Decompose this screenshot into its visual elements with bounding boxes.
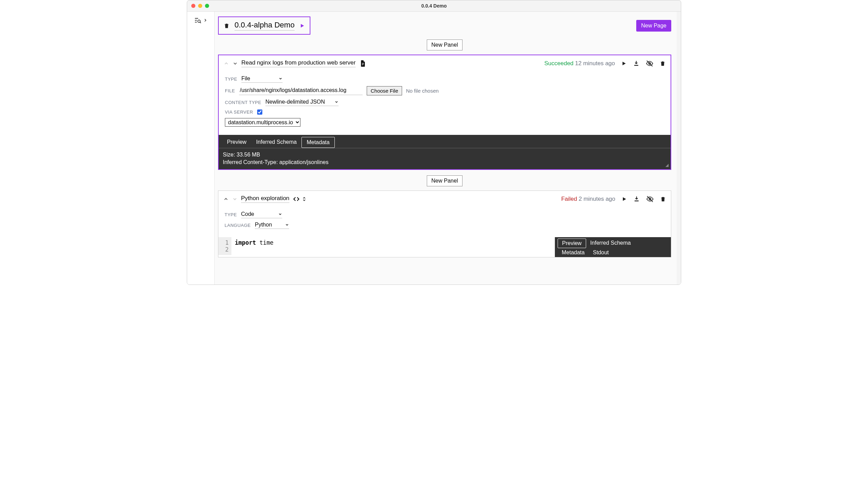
chevron-down-icon bbox=[232, 196, 238, 202]
panel-title-input[interactable]: Read nginx logs from production web serv… bbox=[241, 59, 356, 67]
collapse-icon bbox=[302, 197, 307, 201]
new-panel-button[interactable]: New Panel bbox=[427, 175, 462, 186]
page-header: 0.0.4-alpha Demo New Page bbox=[218, 16, 671, 35]
tab-stdout[interactable]: Stdout bbox=[589, 248, 613, 257]
code-editor[interactable]: 1 2 import time bbox=[218, 237, 555, 255]
hide-button[interactable] bbox=[646, 60, 653, 67]
eye-off-icon bbox=[646, 195, 654, 203]
tab-metadata[interactable]: Metadata bbox=[558, 248, 589, 257]
svg-rect-8 bbox=[362, 65, 363, 65]
tab-preview[interactable]: Preview bbox=[558, 239, 586, 248]
maximize-window[interactable] bbox=[205, 4, 209, 8]
status-label: Failed bbox=[561, 196, 577, 202]
panel-form: TYPE Code LANGUAGE Python bbox=[218, 206, 671, 237]
download-button[interactable] bbox=[633, 60, 640, 67]
minimize-window[interactable] bbox=[198, 4, 202, 8]
chevron-down-icon bbox=[275, 223, 289, 227]
new-page-button[interactable]: New Page bbox=[636, 20, 671, 32]
hide-button[interactable] bbox=[646, 195, 654, 203]
svg-marker-9 bbox=[623, 61, 626, 65]
trash-icon bbox=[660, 196, 666, 202]
type-value: Code bbox=[241, 211, 254, 217]
run-panel-button[interactable] bbox=[621, 61, 627, 66]
status-time: 12 minutes ago bbox=[575, 60, 615, 67]
metadata-content-type: Inferred Content-Type: application/jsonl… bbox=[223, 159, 666, 166]
tab-schema[interactable]: Inferred Schema bbox=[251, 137, 301, 148]
new-panel-middle: New Panel bbox=[215, 175, 675, 186]
type-select[interactable]: File bbox=[241, 76, 283, 83]
run-page-button[interactable] bbox=[299, 23, 305, 28]
new-panel-button[interactable]: New Panel bbox=[427, 39, 462, 50]
via-server-label: VIA SERVER bbox=[225, 109, 253, 115]
type-select[interactable]: Code bbox=[241, 211, 282, 218]
move-panel-up[interactable] bbox=[224, 61, 229, 66]
code-rest: time bbox=[256, 239, 273, 246]
panel-header-left: Read nginx logs from production web serv… bbox=[224, 59, 367, 67]
panel-status: Succeeded 12 minutes ago bbox=[544, 60, 615, 67]
svg-rect-7 bbox=[362, 63, 364, 64]
language-select[interactable]: Python bbox=[255, 222, 289, 229]
chevron-down-icon bbox=[232, 61, 238, 66]
panel-header-left: Python exploration bbox=[223, 195, 307, 203]
language-label: LANGUAGE bbox=[225, 223, 251, 228]
new-panel-top: New Panel bbox=[215, 39, 675, 50]
trash-icon bbox=[660, 60, 666, 67]
tab-preview[interactable]: Preview bbox=[222, 137, 251, 148]
panel2-lower: 1 2 import time Preview Inferred Schema bbox=[218, 237, 671, 257]
file-path-input[interactable] bbox=[239, 86, 363, 95]
download-button[interactable] bbox=[633, 196, 640, 202]
chevron-right-icon bbox=[203, 18, 208, 23]
chevron-down-icon bbox=[269, 77, 283, 81]
page-name-input[interactable]: 0.0.4-alpha Demo bbox=[235, 21, 295, 31]
panel-type-indicator bbox=[359, 60, 367, 67]
window-title: 0.0.4 Demo bbox=[421, 3, 447, 9]
move-panel-down[interactable] bbox=[232, 61, 238, 66]
download-icon bbox=[633, 60, 640, 67]
language-value: Python bbox=[255, 222, 272, 228]
move-panel-up[interactable] bbox=[223, 196, 229, 202]
line-number: 2 bbox=[221, 246, 229, 253]
delete-page-button[interactable] bbox=[224, 23, 230, 29]
panel-file: Read nginx logs from production web serv… bbox=[218, 55, 671, 170]
choose-file-button[interactable]: Choose File bbox=[367, 86, 402, 95]
content-type-label: CONTENT TYPE bbox=[225, 100, 261, 105]
type-label: TYPE bbox=[225, 212, 237, 217]
result-tabs: Preview Inferred Schema Metadata Stdout bbox=[555, 237, 671, 257]
results-area: Preview Inferred Schema Metadata Size: 3… bbox=[219, 135, 671, 169]
tab-schema[interactable]: Inferred Schema bbox=[586, 239, 635, 248]
play-icon bbox=[299, 23, 305, 28]
app-window: 0.0.4 Demo 0.0.4-alpha Demo Ne bbox=[187, 0, 681, 285]
close-window[interactable] bbox=[191, 4, 195, 8]
svg-rect-10 bbox=[634, 65, 638, 66]
svg-rect-6 bbox=[362, 63, 364, 63]
resize-handle[interactable]: ◢ bbox=[665, 162, 669, 168]
no-file-text: No file chosen bbox=[406, 88, 439, 94]
delete-panel-button[interactable] bbox=[660, 196, 666, 202]
move-panel-down[interactable] bbox=[232, 196, 238, 202]
panel-status: Failed 2 minutes ago bbox=[561, 196, 615, 202]
sidebar-search-toggle[interactable] bbox=[194, 16, 208, 24]
file-label: FILE bbox=[225, 88, 235, 93]
file-icon bbox=[359, 60, 367, 67]
server-select[interactable]: datastation.multiprocess.io bbox=[225, 118, 300, 127]
app-body: 0.0.4-alpha Demo New Page New Panel bbox=[187, 11, 681, 285]
run-panel-button[interactable] bbox=[621, 196, 627, 202]
delete-panel-button[interactable] bbox=[660, 60, 666, 67]
eye-off-icon bbox=[646, 60, 653, 67]
play-icon bbox=[621, 61, 627, 66]
panel-title-input[interactable]: Python exploration bbox=[241, 195, 289, 203]
via-server-checkbox[interactable] bbox=[257, 109, 262, 115]
panel-form: TYPE File FILE Choose File No file chose… bbox=[219, 71, 671, 135]
panel-type-indicator bbox=[293, 196, 307, 202]
code-text: import time bbox=[231, 237, 277, 255]
chevron-down-icon bbox=[269, 212, 282, 216]
content-type-select[interactable]: Newline-delimited JSON bbox=[265, 99, 339, 106]
main-content: 0.0.4-alpha Demo New Page New Panel bbox=[215, 12, 677, 285]
svg-point-3 bbox=[198, 20, 200, 22]
panel-code: Python exploration Failed 2 minutes ago bbox=[218, 190, 671, 257]
metadata-size: Size: 33.56 MB bbox=[223, 151, 666, 159]
tab-metadata[interactable]: Metadata bbox=[301, 137, 335, 148]
scrollbar[interactable] bbox=[677, 12, 681, 285]
code-editor-area: 1 2 import time bbox=[218, 237, 555, 257]
line-number: 1 bbox=[221, 239, 229, 246]
